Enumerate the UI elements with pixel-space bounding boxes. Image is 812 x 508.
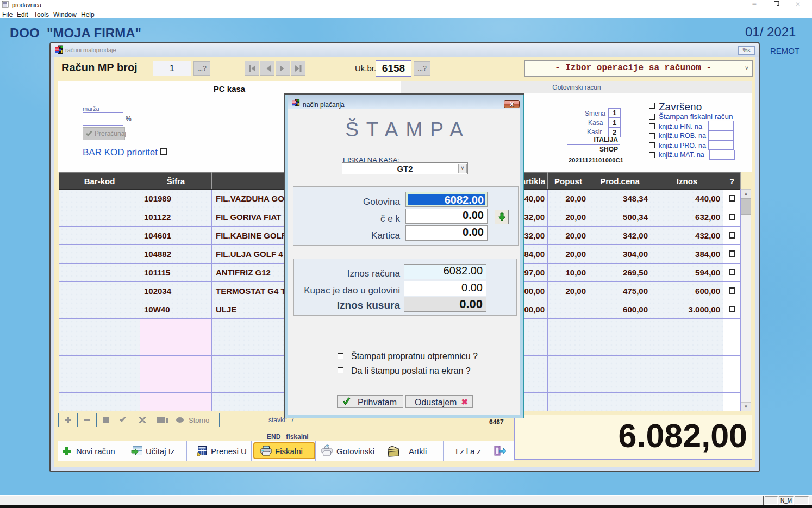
svg-text:Storno: Storno bbox=[189, 416, 209, 424]
